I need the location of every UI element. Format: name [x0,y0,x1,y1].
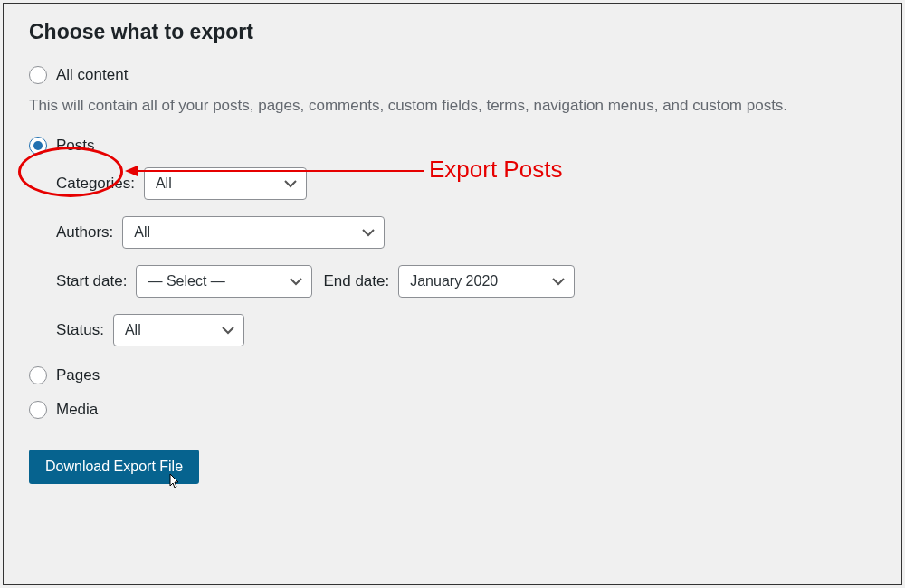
end-date-select[interactable]: January 2020 [398,265,575,298]
radio-media[interactable] [29,401,47,419]
categories-select[interactable]: All [144,167,307,200]
start-date-value: — Select — [148,273,224,289]
start-date-label: Start date: [56,272,127,290]
chevron-down-icon [362,228,375,237]
annotation-text: Export Posts [429,156,562,184]
option-all-content[interactable]: All content [29,66,876,84]
radio-label-pages[interactable]: Pages [56,366,100,384]
export-panel: Choose what to export All content This w… [3,3,902,585]
status-select[interactable]: All [113,314,244,346]
authors-value: All [134,224,150,241]
chevron-down-icon [290,277,302,286]
categories-value: All [156,175,172,192]
posts-filters: Categories: All Authors: All Start date:… [56,167,876,346]
authors-label: Authors: [56,223,113,242]
status-value: All [125,322,141,338]
all-content-description: This will contain all of your posts, pag… [29,95,876,117]
radio-all-content[interactable] [29,66,47,84]
option-posts[interactable]: Posts [29,137,876,155]
page-heading: Choose what to export [29,20,876,44]
download-export-button[interactable]: Download Export File [29,450,199,484]
end-date-value: January 2020 [410,273,498,289]
end-date-label: End date: [323,272,389,290]
filter-status-row: Status: All [56,314,876,346]
radio-label-all-content[interactable]: All content [56,66,128,84]
authors-select[interactable]: All [122,216,385,249]
chevron-down-icon [552,277,565,286]
cursor-icon [165,473,181,497]
radio-label-media[interactable]: Media [56,401,98,419]
radio-pages[interactable] [29,366,47,384]
chevron-down-icon [222,326,234,335]
download-export-label: Download Export File [45,459,183,474]
filter-dates-row: Start date: — Select — End date: January… [56,265,876,298]
radio-label-posts[interactable]: Posts [56,137,95,155]
option-pages[interactable]: Pages [29,366,876,384]
radio-posts[interactable] [29,137,47,155]
categories-label: Categories: [56,175,135,193]
chevron-down-icon [284,179,297,188]
start-date-select[interactable]: — Select — [136,265,312,298]
filter-authors-row: Authors: All [56,216,876,249]
option-media[interactable]: Media [29,401,876,419]
status-label: Status: [56,321,104,339]
